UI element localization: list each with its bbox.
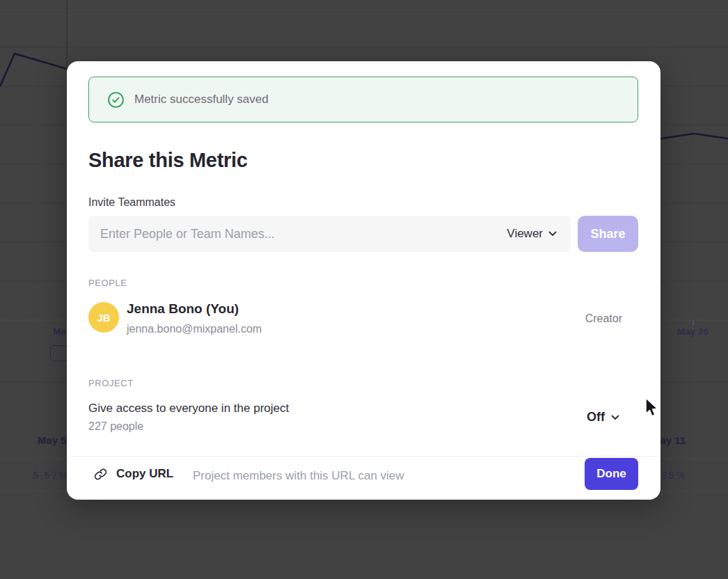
link-icon [94,468,107,481]
role-dropdown-value: Viewer [507,227,543,241]
table-value-right: 35% [661,469,686,481]
table-header-left: May 5 [38,434,67,446]
chevron-down-icon [548,231,557,237]
project-access-subtitle: 227 people [88,420,143,433]
legend-chip [50,345,68,361]
people-section-heading: PEOPLE [88,278,127,288]
share-metric-modal: Metric successfully saved Share this Met… [67,61,660,500]
project-section-heading: PROJECT [88,378,134,388]
invite-teammates-label: Invite Teammates [88,196,175,209]
member-name: Jenna Bono (You) [127,301,239,317]
share-button[interactable]: Share [578,216,638,252]
chevron-down-icon [611,415,619,420]
x-axis-label-partial: Ma [53,326,66,337]
avatar: JB [88,302,119,333]
check-circle-icon [107,91,125,109]
project-access-title: Give access to everyone in the project [88,402,289,415]
member-role: Creator [585,312,622,325]
done-button[interactable]: Done [585,458,638,490]
table-value-left: 5.57% [33,469,70,481]
screen: Ma May 26 May 5 May 11 5.57% 35% Metric … [0,0,728,579]
x-axis-label: May 26 [677,326,709,337]
copy-url-label: Copy URL [116,467,173,481]
role-dropdown[interactable]: Viewer [505,223,558,245]
modal-title: Share this Metric [88,149,248,172]
footer-hint: Project members with this URL can view [193,469,404,483]
invite-input[interactable] [99,226,505,242]
toast-message: Metric successfully saved [134,93,269,106]
success-toast: Metric successfully saved [88,77,638,122]
project-access-dropdown-value: Off [587,410,605,425]
project-access-dropdown[interactable]: Off [587,410,619,425]
footer-divider [67,456,660,457]
invite-input-container: Viewer [88,216,571,252]
copy-url-button[interactable]: Copy URL [94,467,173,481]
member-email: jenna.bono@mixpanel.com [127,323,262,335]
